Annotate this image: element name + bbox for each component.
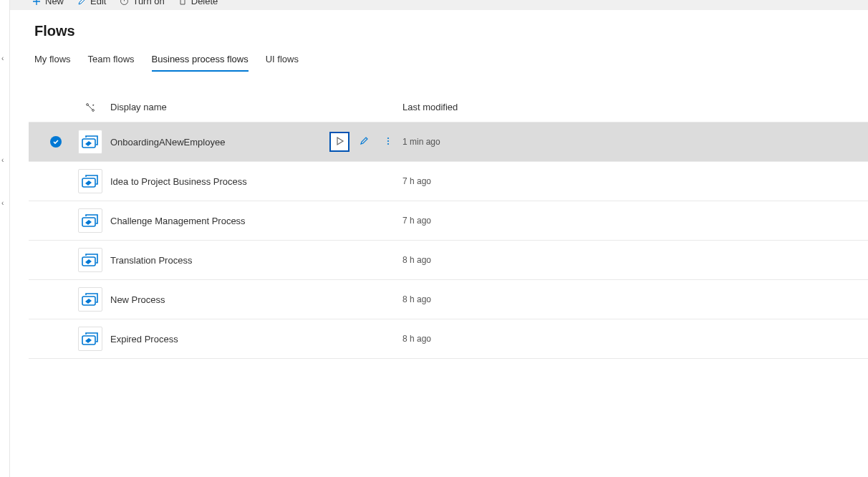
row-icon-col [70, 248, 110, 272]
row-icon-col [70, 169, 110, 193]
row-name-cell: Expired Process [110, 334, 402, 344]
table-row[interactable]: Idea to Project Business Process7 h ago [29, 162, 868, 201]
svg-point-4 [387, 137, 389, 138]
checkmark-icon[interactable] [50, 254, 62, 266]
row-name-cell: OnboardingANewEmployee [110, 132, 402, 152]
flow-icon [78, 208, 102, 233]
table-header: Display name Last modified [29, 92, 868, 122]
run-button[interactable] [329, 132, 349, 152]
pencil-icon [359, 135, 370, 148]
row-select[interactable] [42, 294, 70, 305]
turn-on-button[interactable]: Turn on [119, 0, 164, 6]
row-select[interactable] [42, 215, 70, 226]
command-bar: New Edit Turn on Delete [10, 0, 868, 10]
flows-table: Display name Last modified OnboardingANe… [29, 92, 868, 359]
header-display-name[interactable]: Display name [110, 102, 402, 112]
more-vertical-icon [383, 136, 393, 148]
row-select[interactable] [42, 333, 70, 344]
tab-business-process-flows[interactable]: Business process flows [152, 54, 249, 72]
last-modified-cell: 8 h ago [402, 334, 868, 344]
row-icon-col [70, 327, 110, 351]
table-row[interactable]: Expired Process8 h ago [29, 319, 868, 359]
flow-name[interactable]: OnboardingANewEmployee [110, 137, 312, 148]
table-row[interactable]: New Process8 h ago [29, 280, 868, 319]
row-select[interactable] [42, 254, 70, 266]
table-row[interactable]: Challenge Management Process7 h ago [29, 201, 868, 241]
last-modified-cell: 8 h ago [402, 255, 868, 265]
flow-icon [78, 287, 102, 312]
checkmark-icon[interactable] [50, 175, 62, 187]
row-name-cell: Idea to Project Business Process [110, 176, 402, 187]
svg-point-6 [387, 143, 389, 144]
flow-icon [78, 248, 102, 272]
edit-label: Edit [90, 0, 106, 6]
row-icon-col [70, 287, 110, 312]
svg-point-1 [87, 103, 89, 105]
plus-icon [32, 0, 42, 6]
row-select[interactable] [42, 175, 70, 187]
row-icon-col [70, 208, 110, 233]
new-button[interactable]: New [32, 0, 64, 6]
tab-ui-flows[interactable]: UI flows [266, 54, 299, 72]
header-last-modified[interactable]: Last modified [402, 102, 868, 112]
edit-button[interactable]: Edit [77, 0, 106, 6]
page-title: Flows [10, 10, 868, 39]
row-name-cell: Translation Process [110, 255, 402, 266]
flow-name[interactable]: Challenge Management Process [110, 216, 402, 226]
flow-name[interactable]: Idea to Project Business Process [110, 176, 402, 187]
flow-icon [78, 327, 102, 351]
last-modified-cell: 7 h ago [402, 176, 868, 186]
chevron-icon: ‹ [1, 199, 4, 207]
delete-button[interactable]: Delete [178, 0, 218, 6]
table-row[interactable]: OnboardingANewEmployee1 min ago [29, 122, 868, 162]
flow-name[interactable]: Translation Process [110, 255, 402, 266]
delete-label: Delete [191, 0, 218, 6]
flow-name[interactable]: New Process [110, 294, 402, 305]
flow-name[interactable]: Expired Process [110, 334, 402, 344]
flow-icon [78, 130, 102, 154]
play-icon [334, 136, 344, 148]
row-name-cell: Challenge Management Process [110, 216, 402, 226]
table-row[interactable]: Translation Process8 h ago [29, 241, 868, 280]
more-options-button[interactable] [378, 132, 398, 152]
last-modified-cell: 1 min ago [402, 137, 868, 147]
sort-icon[interactable] [70, 102, 110, 112]
svg-point-5 [387, 140, 389, 141]
tabs: My flows Team flows Business process flo… [10, 39, 868, 72]
last-modified-cell: 7 h ago [402, 216, 868, 226]
checkmark-icon[interactable] [50, 136, 62, 148]
row-icon-col [70, 130, 110, 154]
pencil-icon [77, 0, 87, 6]
trash-icon [178, 0, 188, 6]
left-nav-rail: ‹ ‹ ‹ [0, 0, 10, 477]
page-content: Flows My flows Team flows Business proce… [10, 10, 868, 477]
edit-row-button[interactable] [354, 132, 374, 152]
chevron-icon: ‹ [1, 54, 4, 62]
tab-team-flows[interactable]: Team flows [88, 54, 135, 72]
tab-my-flows[interactable]: My flows [34, 54, 71, 72]
checkmark-icon[interactable] [50, 333, 62, 344]
turn-on-label: Turn on [132, 0, 164, 6]
power-icon [119, 0, 129, 6]
flow-icon [78, 169, 102, 193]
row-name-cell: New Process [110, 294, 402, 305]
checkmark-icon[interactable] [50, 294, 62, 305]
row-actions [329, 132, 398, 152]
checkmark-icon[interactable] [50, 215, 62, 226]
row-select[interactable] [42, 136, 70, 148]
last-modified-cell: 8 h ago [402, 294, 868, 304]
chevron-icon: ‹ [1, 156, 4, 164]
new-label: New [45, 0, 64, 6]
svg-point-2 [92, 109, 95, 111]
